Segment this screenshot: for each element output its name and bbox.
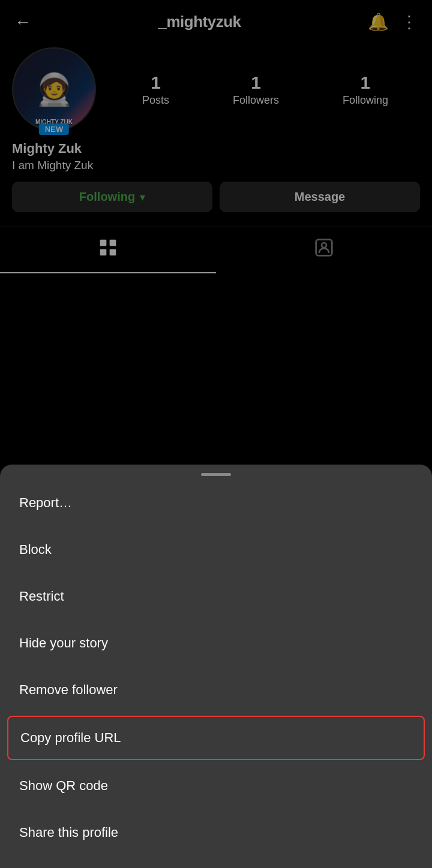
sheet-handle (201, 473, 231, 476)
sheet-item-copy-profile-url[interactable]: Copy profile URL (7, 716, 425, 760)
sheet-item-remove-follower[interactable]: Remove follower (0, 667, 432, 713)
sheet-item-block[interactable]: Block (0, 526, 432, 573)
sheet-item-share-profile[interactable]: Share this profile (0, 809, 432, 856)
sheet-handle-row (0, 465, 432, 480)
sheet-item-hide-story[interactable]: Hide your story (0, 620, 432, 667)
sheet-item-show-qr[interactable]: Show QR code (0, 762, 432, 809)
sheet-item-restrict[interactable]: Restrict (0, 573, 432, 620)
sheet-items-container: Report…BlockRestrictHide your storyRemov… (0, 480, 432, 856)
bottom-sheet: Report…BlockRestrictHide your storyRemov… (0, 465, 432, 868)
sheet-item-report[interactable]: Report… (0, 480, 432, 526)
